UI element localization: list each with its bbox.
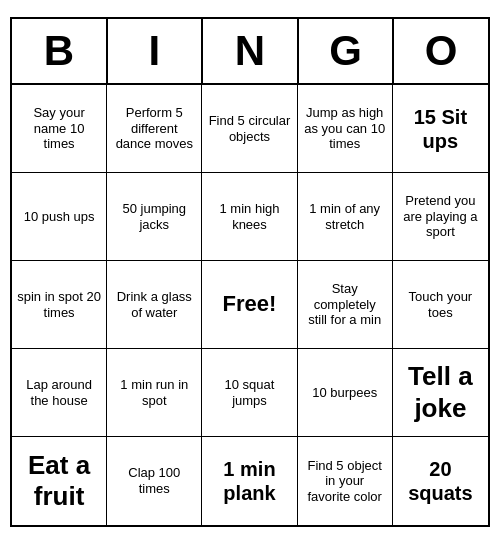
bingo-grid: Say your name 10 timesPerform 5 differen… [12,85,488,525]
bingo-cell-20: Eat a fruit [12,437,107,525]
bingo-cell-21: Clap 100 times [107,437,202,525]
bingo-cell-11: Drink a glass of water [107,261,202,349]
bingo-cell-7: 1 min high knees [202,173,297,261]
header-letter-i: I [108,19,204,83]
bingo-card: BINGO Say your name 10 timesPerform 5 di… [10,17,490,527]
bingo-cell-5: 10 push ups [12,173,107,261]
bingo-cell-19: Tell a joke [393,349,488,437]
bingo-cell-24: 20 squats [393,437,488,525]
bingo-cell-0: Say your name 10 times [12,85,107,173]
header-letter-g: G [299,19,395,83]
header-letter-o: O [394,19,488,83]
bingo-cell-14: Touch your toes [393,261,488,349]
bingo-header: BINGO [12,19,488,85]
bingo-cell-22: 1 min plank [202,437,297,525]
bingo-cell-3: Jump as high as you can 10 times [298,85,393,173]
header-letter-n: N [203,19,299,83]
bingo-cell-10: spin in spot 20 times [12,261,107,349]
bingo-cell-6: 50 jumping jacks [107,173,202,261]
bingo-cell-1: Perform 5 different dance moves [107,85,202,173]
bingo-cell-2: Find 5 circular objects [202,85,297,173]
bingo-cell-13: Stay completely still for a min [298,261,393,349]
bingo-cell-4: 15 Sit ups [393,85,488,173]
bingo-cell-15: Lap around the house [12,349,107,437]
bingo-cell-23: Find 5 object in your favorite color [298,437,393,525]
bingo-cell-12: Free! [202,261,297,349]
bingo-cell-9: Pretend you are playing a sport [393,173,488,261]
header-letter-b: B [12,19,108,83]
bingo-cell-16: 1 min run in spot [107,349,202,437]
bingo-cell-18: 10 burpees [298,349,393,437]
bingo-cell-8: 1 min of any stretch [298,173,393,261]
bingo-cell-17: 10 squat jumps [202,349,297,437]
